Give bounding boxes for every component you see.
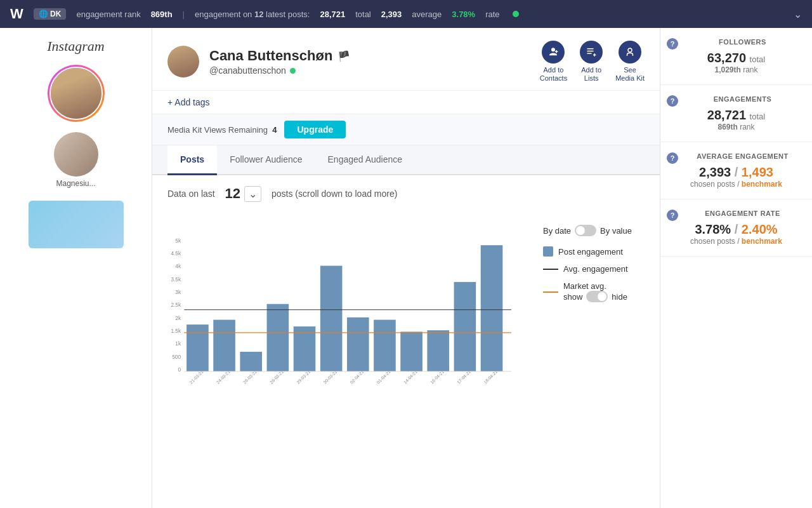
tabs-bar: Posts Follower Audience Engaged Audience	[152, 145, 660, 175]
by-value-label: By value	[600, 226, 632, 236]
svg-text:5k: 5k	[175, 238, 181, 244]
svg-text:1k: 1k	[175, 342, 181, 347]
bar-6	[320, 266, 343, 371]
bar-2	[213, 320, 235, 371]
svg-text:500: 500	[172, 354, 181, 360]
rate-value: 3.78%	[452, 10, 475, 19]
svg-rect-5	[587, 53, 592, 55]
main-avatar-ring	[48, 65, 105, 122]
add-lists-label: Add toLists	[581, 66, 601, 83]
online-indicator	[513, 11, 519, 17]
sidebar-small-label-1: Magnesiu...	[13, 179, 140, 188]
add-to-lists-button[interactable]: Add toLists	[580, 41, 603, 83]
market-show-hide: show hide	[563, 291, 627, 302]
avg-engagement-labels: chosen posts / benchmark	[673, 180, 799, 189]
media-kit-icon	[619, 41, 641, 64]
followers-help-icon[interactable]: ?	[667, 38, 678, 50]
add-contact-icon	[542, 41, 565, 64]
svg-text:4.5k: 4.5k	[171, 251, 181, 257]
engagement-rate-labels: chosen posts / benchmark	[673, 237, 799, 246]
svg-text:2.5k: 2.5k	[171, 303, 181, 309]
profile-avatar	[167, 46, 199, 77]
avg-engagement-section: ? AVERAGE ENGAGEMENT 2,393 / 1,493 chose…	[660, 142, 812, 199]
profile-actions: Add toContacts Add toLists SeeMedia Kit	[540, 41, 645, 83]
add-contacts-label: Add toContacts	[540, 66, 567, 83]
chevron-down-icon[interactable]: ⌄	[794, 8, 802, 20]
svg-point-0	[551, 48, 555, 51]
market-avg-legend: Market avg. show hide	[543, 281, 645, 302]
engagements-help-icon[interactable]: ?	[667, 95, 678, 107]
avg-engagement-label: Avg. engagement	[563, 264, 628, 274]
svg-text:1.5k: 1.5k	[171, 328, 181, 334]
top-bar: W 🌐 DK engagement rank 869th | engagemen…	[0, 0, 812, 28]
date-value-toggle-switch[interactable]	[575, 225, 596, 236]
followers-rank: 1,029th rank	[673, 65, 799, 74]
chart-legend: By date By value Post engagement Avg. en…	[543, 212, 645, 310]
svg-text:0: 0	[178, 367, 181, 373]
engagement-rate-help-icon[interactable]: ?	[667, 210, 678, 221]
date-value-toggle: By date By value	[543, 225, 645, 236]
bar-9	[400, 332, 422, 371]
tab-follower-audience[interactable]: Follower Audience	[217, 145, 315, 175]
by-date-label: By date	[543, 226, 571, 236]
online-dot	[290, 68, 296, 74]
market-toggle-switch[interactable]	[586, 291, 608, 302]
legend-avg-line	[543, 269, 558, 270]
see-media-kit-button[interactable]: SeeMedia Kit	[615, 41, 645, 83]
country-badge: 🌐 DK	[34, 8, 67, 20]
logo: W	[10, 6, 23, 22]
avatar-placeholder	[51, 68, 102, 119]
engagements-section: ? ENGAGEMENTS 28,721 total 869th rank	[660, 85, 812, 142]
legend-market-line	[543, 291, 558, 293]
profile-handle: @canabuttenschon	[209, 65, 530, 76]
svg-text:2k: 2k	[175, 316, 181, 321]
add-tags-bar[interactable]: + Add tags	[152, 91, 660, 114]
market-toggle-knob	[598, 292, 606, 301]
post-engagement-legend: Post engagement	[543, 246, 645, 257]
avg-engagement-help-icon[interactable]: ?	[667, 152, 678, 164]
bar-7	[347, 318, 369, 371]
chart-wrap: 5k 4.5k 4k 3.5k 3k 2.5k 2k 1.5k 1k 500 0	[167, 212, 530, 405]
engagement-rate-title: ENGAGEMENT RATE	[673, 210, 799, 217]
followers-title: FOLLOWERS	[673, 38, 799, 46]
tab-posts[interactable]: Posts	[167, 145, 217, 175]
profile-name: Cana Buttenschøn 🏴	[209, 48, 530, 64]
posts-count-dropdown[interactable]: ⌄	[244, 186, 261, 202]
tab-engaged-audience[interactable]: Engaged Audience	[315, 145, 416, 175]
flag-icon: 🏴	[337, 50, 350, 62]
average-value: 2,393	[381, 10, 402, 19]
add-to-contacts-button[interactable]: Add toContacts	[540, 41, 567, 83]
engagement-rank-label: engagement rank	[76, 10, 140, 19]
engagement-rate-value: 3.78% / 2.40%	[673, 222, 799, 237]
posts-content: Data on last 12 ⌄ posts (scroll down to …	[152, 175, 660, 415]
engagements-total: 28,721 total	[673, 108, 799, 123]
engagement-posts-label: engagement on 12 latest posts:	[195, 10, 310, 19]
separator1: |	[183, 10, 185, 19]
sidebar-small-item-1[interactable]: Magnesiu...	[13, 132, 140, 188]
add-tags-label: + Add tags	[167, 97, 210, 107]
followers-total: 63,270 total	[673, 51, 799, 65]
upgrade-button[interactable]: Upgrade	[284, 121, 346, 138]
sidebar: Instagram Magnesiu...	[0, 28, 152, 508]
market-avg-label: Market avg. show hide	[563, 281, 627, 302]
chart-container: 5k 4.5k 4k 3.5k 3k 2.5k 2k 1.5k 1k 500 0	[167, 212, 645, 405]
toggle-knob	[576, 226, 585, 235]
media-kit-count: 4	[272, 125, 277, 135]
followers-section: ? FOLLOWERS 63,270 total 1,029th rank	[660, 28, 812, 85]
add-list-icon	[580, 41, 603, 64]
sidebar-small-avatar-1	[54, 132, 98, 177]
avg-engagement-value: 2,393 / 1,493	[673, 165, 799, 180]
engagements-rank: 869th rank	[673, 123, 799, 131]
content-area: Cana Buttenschøn 🏴 @canabuttenschon Add …	[152, 28, 660, 508]
bar-1	[187, 324, 209, 371]
engagements-title: ENGAGEMENTS	[673, 95, 799, 103]
profile-header: Cana Buttenschøn 🏴 @canabuttenschon Add …	[152, 28, 660, 91]
legend-color-box	[543, 246, 553, 257]
right-panel: ? FOLLOWERS 63,270 total 1,029th rank ? …	[660, 28, 812, 508]
instagram-logo: Instagram	[47, 38, 104, 55]
svg-point-8	[628, 48, 632, 52]
svg-text:4k: 4k	[175, 264, 181, 270]
bar-10	[427, 331, 449, 372]
bar-12	[481, 246, 503, 372]
main-layout: Instagram Magnesiu... Cana Buttenschøn 🏴…	[0, 28, 812, 508]
